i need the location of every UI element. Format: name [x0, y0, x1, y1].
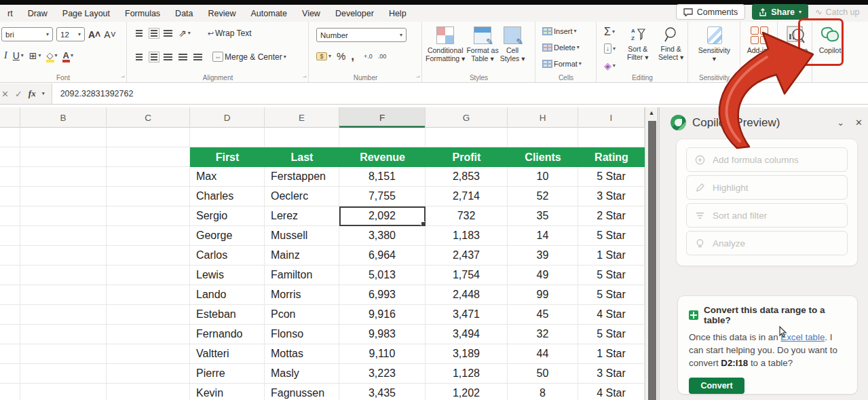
- font-color-button[interactable]: A▾: [63, 50, 73, 60]
- grid-cell[interactable]: [20, 384, 107, 400]
- accounting-format-button[interactable]: $▾: [316, 52, 331, 60]
- grid-cell[interactable]: [0, 187, 20, 206]
- grid-cell[interactable]: 732: [426, 206, 508, 226]
- grid-cell[interactable]: Lerez: [265, 206, 339, 226]
- grid-cell[interactable]: 1,754: [426, 266, 508, 285]
- grid-cell[interactable]: [20, 206, 107, 226]
- grid-cell[interactable]: 3,494: [426, 325, 508, 344]
- grid-cell[interactable]: Max: [190, 167, 265, 187]
- table-header-revenue[interactable]: Revenue: [339, 147, 426, 167]
- align-center-icon[interactable]: [151, 54, 157, 60]
- grid-cell[interactable]: 1,183: [426, 226, 508, 246]
- increase-decimal-button[interactable]: +.0: [364, 53, 373, 60]
- grid-cell[interactable]: Mainz: [265, 246, 339, 266]
- grid-cell[interactable]: [20, 285, 107, 305]
- column-header-B[interactable]: B: [20, 107, 107, 128]
- grid-cell[interactable]: [578, 128, 645, 147]
- menu-review[interactable]: Review: [201, 9, 244, 18]
- grid-cell[interactable]: Oeclerc: [265, 187, 339, 206]
- grid-cell[interactable]: Valtteri: [190, 344, 265, 364]
- excel-table-link[interactable]: Excel table: [780, 332, 825, 342]
- borders-button[interactable]: ⊞▾: [29, 51, 41, 60]
- grid-cell[interactable]: [0, 344, 20, 364]
- grid-cell[interactable]: Morris: [265, 285, 339, 305]
- increase-indent-icon[interactable]: [193, 54, 202, 60]
- column-header-H[interactable]: H: [508, 107, 578, 128]
- add-ins-button[interactable]: Add-ins: [741, 22, 777, 71]
- menu-help[interactable]: Help: [381, 9, 414, 18]
- grid-cell[interactable]: 6,964: [339, 246, 426, 266]
- suggestion-highlight[interactable]: Highlight: [686, 175, 848, 200]
- number-format-select[interactable]: Number ▾: [316, 28, 407, 42]
- grid-cell[interactable]: [0, 364, 20, 384]
- scrollbar-thumb[interactable]: [648, 121, 656, 400]
- decrease-decimal-button[interactable]: .00: [378, 53, 387, 60]
- table-header-last[interactable]: Last: [265, 147, 339, 167]
- column-header-G[interactable]: G: [426, 107, 508, 128]
- suggestion-analyze[interactable]: Analyze: [686, 231, 848, 255]
- grid-cell[interactable]: Sergio: [190, 206, 265, 226]
- grid-cell[interactable]: [0, 305, 20, 325]
- cell-styles-button[interactable]: CellStyles ▾: [500, 22, 525, 71]
- grid-cell[interactable]: 5 Star: [578, 266, 645, 285]
- grid-cell[interactable]: Lando: [190, 285, 265, 305]
- wrap-text-button[interactable]: ↩ Wrap Text: [208, 29, 252, 38]
- grid-cell[interactable]: Masly: [265, 364, 339, 384]
- grid-cell[interactable]: Pierre: [190, 364, 265, 384]
- grid-cell[interactable]: [0, 285, 20, 305]
- column-header-edge[interactable]: [0, 107, 20, 128]
- grid-cell[interactable]: 9,983: [339, 325, 426, 344]
- grid-cell[interactable]: [107, 325, 190, 344]
- grid-cell[interactable]: Familton: [265, 266, 339, 285]
- clear-button[interactable]: ◈▾: [604, 61, 616, 71]
- italic-button[interactable]: I: [4, 51, 7, 60]
- grid-cell[interactable]: 2,714: [426, 187, 508, 206]
- grid-cell[interactable]: [107, 226, 190, 246]
- grid-cell[interactable]: 35: [508, 206, 578, 226]
- grid-cell[interactable]: [20, 167, 107, 187]
- scroll-up-icon[interactable]: ▲: [645, 109, 658, 116]
- menu-automate[interactable]: Automate: [244, 9, 295, 18]
- align-left-icon[interactable]: [136, 54, 143, 60]
- grid-cell[interactable]: [265, 128, 339, 147]
- underline-button[interactable]: U▾: [13, 51, 24, 60]
- grid-cell[interactable]: George: [190, 226, 265, 246]
- percent-style-button[interactable]: %: [337, 51, 345, 61]
- grid-cell[interactable]: 32: [508, 325, 578, 344]
- grid-cell[interactable]: [107, 246, 190, 266]
- grid-cell[interactable]: 2,853: [426, 167, 508, 187]
- format-cells-button[interactable]: Format▾: [542, 60, 582, 68]
- column-header-I[interactable]: I: [578, 107, 645, 128]
- grid-cell[interactable]: [20, 364, 107, 384]
- insert-cells-button[interactable]: Insert▾: [542, 27, 577, 35]
- grid-cell[interactable]: 52: [508, 187, 578, 206]
- suggestion-add-formula-columns[interactable]: Add formula columns: [686, 147, 848, 172]
- grid-cell[interactable]: [0, 167, 20, 187]
- grid-cell[interactable]: 3,471: [426, 305, 508, 325]
- grid-cell[interactable]: 5 Star: [578, 167, 645, 187]
- align-right-icon[interactable]: [164, 54, 172, 60]
- grid-cell[interactable]: 8: [508, 384, 578, 400]
- menu-data[interactable]: Data: [168, 9, 200, 18]
- font-name-select[interactable]: bri ▾: [1, 27, 53, 41]
- grid-cell[interactable]: [20, 266, 107, 285]
- grid-cell[interactable]: [107, 344, 190, 364]
- grid-cell[interactable]: [107, 266, 190, 285]
- catch-up-button[interactable]: ∿ Catch up: [815, 7, 868, 17]
- grid-cell[interactable]: 5 Star: [578, 226, 645, 246]
- grid-cell[interactable]: 39: [508, 246, 578, 266]
- align-bottom-icon[interactable]: [164, 30, 172, 37]
- comma-style-button[interactable]: ,: [351, 50, 354, 62]
- grid-cell[interactable]: [107, 305, 190, 325]
- grid-cell[interactable]: [0, 147, 20, 167]
- grid-cell[interactable]: 10: [508, 167, 578, 187]
- grid-cell[interactable]: Mussell: [265, 226, 339, 246]
- grid-cell[interactable]: [107, 285, 190, 305]
- delete-cells-button[interactable]: Delete▾: [542, 43, 580, 52]
- grid-cell[interactable]: [107, 167, 190, 187]
- grow-font-button[interactable]: A˄: [88, 30, 100, 39]
- grid-cell[interactable]: 5 Star: [578, 325, 645, 344]
- grid-cell[interactable]: [20, 305, 107, 325]
- decrease-indent-icon[interactable]: [178, 54, 187, 60]
- share-button[interactable]: Share ▾: [752, 4, 808, 20]
